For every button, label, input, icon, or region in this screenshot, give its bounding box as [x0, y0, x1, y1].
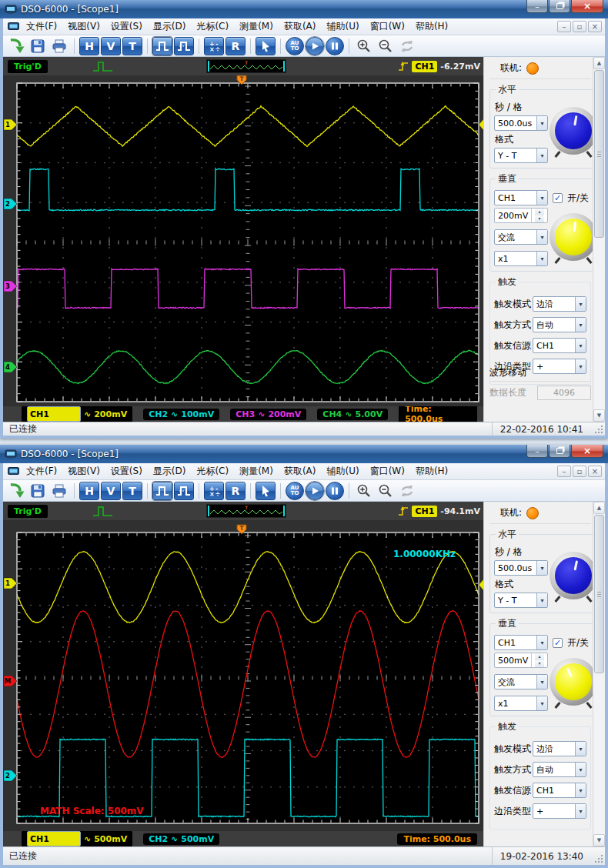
zoom-in-button[interactable]: [354, 482, 374, 500]
channel-select[interactable]: CH1▾: [494, 635, 548, 650]
math-button[interactable]: +-×÷: [204, 37, 224, 55]
coupling-select[interactable]: 交流▾: [494, 229, 548, 245]
menu-display[interactable]: 显示(D): [148, 18, 192, 35]
menu-help[interactable]: 帮助(H): [410, 463, 453, 479]
vertical-button[interactable]: V: [101, 37, 121, 55]
channel-chip-ch2[interactable]: CH2∿100mV: [143, 409, 219, 420]
sec-per-div-select[interactable]: 500.0us▾: [494, 560, 548, 576]
channel-chip-ch3[interactable]: CH3∿200mV: [230, 409, 306, 420]
mdi-restore-button[interactable]: ▫: [573, 21, 586, 32]
cursor-tool-button[interactable]: [256, 482, 276, 500]
trigger-button[interactable]: T: [122, 37, 142, 55]
channel-chip-ch4[interactable]: CH4∿5.00V: [317, 409, 388, 420]
pulse-mode-button[interactable]: [152, 37, 172, 55]
menu-view[interactable]: 视图(V): [62, 463, 105, 479]
format-select[interactable]: Y - T▾: [494, 148, 548, 163]
horizontal-knob[interactable]: [550, 552, 597, 599]
channel-chip-ch1[interactable]: CH1∿500mV: [22, 830, 132, 847]
channel-onoff-checkbox[interactable]: ✓: [553, 638, 563, 648]
maximize-button[interactable]: [549, 445, 570, 458]
waveform-preview[interactable]: T: [206, 504, 286, 518]
vertical-knob[interactable]: [550, 658, 597, 706]
connect-button[interactable]: [6, 482, 26, 500]
menu-file[interactable]: 文件(F): [21, 463, 62, 479]
resize-grip[interactable]: [594, 422, 605, 436]
trig-source-select[interactable]: CH1▾: [533, 783, 586, 798]
zoom-in-button[interactable]: [354, 37, 374, 55]
pause-button[interactable]: [326, 482, 344, 500]
channel-onoff-checkbox[interactable]: ✓: [553, 193, 563, 203]
waveform-preview[interactable]: T: [206, 59, 286, 73]
trig-mode-select[interactable]: 边沿▾: [533, 296, 586, 312]
mdi-restore-button[interactable]: ▫: [573, 466, 586, 477]
trigger-button[interactable]: T: [122, 482, 142, 500]
scrollbar-thumb[interactable]: [594, 515, 604, 673]
mdi-child-icon[interactable]: [8, 467, 19, 476]
pulse-levels-button[interactable]: [174, 37, 194, 55]
scroll-down-icon[interactable]: ▼: [593, 834, 605, 846]
edge-type-select[interactable]: +▾: [533, 803, 586, 819]
zoom-out-button[interactable]: [376, 37, 396, 55]
menu-settings[interactable]: 设置(S): [105, 463, 148, 479]
menu-help[interactable]: 帮助(H): [410, 18, 453, 35]
trig-sweep-select[interactable]: 自动▾: [533, 317, 586, 332]
menu-acquire[interactable]: 获取(A): [279, 18, 322, 35]
channel-chip-ch1[interactable]: CH1∿200mV: [22, 406, 132, 422]
math-button[interactable]: +-×÷: [204, 482, 224, 500]
run-button[interactable]: [306, 482, 324, 500]
menu-display[interactable]: 显示(D): [148, 463, 192, 479]
stepper-arrows-icon[interactable]: ▴▾: [531, 209, 547, 222]
trig-mode-select[interactable]: 边沿▾: [533, 741, 586, 756]
channel-select[interactable]: CH1▾: [494, 190, 548, 205]
save-button[interactable]: [28, 37, 48, 55]
menu-view[interactable]: 视图(V): [62, 18, 105, 35]
horizontal-knob[interactable]: [550, 107, 597, 155]
menu-measure[interactable]: 测量(M): [234, 463, 279, 479]
scroll-down-icon[interactable]: ▼: [593, 409, 605, 422]
sec-per-div-select[interactable]: 500.0us▾: [494, 115, 548, 131]
menu-measure[interactable]: 测量(M): [234, 18, 279, 35]
stepper-arrows-icon[interactable]: ▴▾: [531, 653, 547, 667]
title-bar[interactable]: DSO-6000 - [Scope1] – ×: [0, 0, 608, 18]
menu-utility[interactable]: 辅助(U): [321, 18, 364, 35]
close-button[interactable]: ×: [571, 0, 603, 13]
menu-cursor[interactable]: 光标(C): [191, 18, 234, 35]
cursor-tool-button[interactable]: [256, 37, 276, 55]
run-button[interactable]: [306, 37, 324, 55]
panel-scrollbar[interactable]: ▲▼: [593, 57, 605, 422]
vertical-button[interactable]: V: [101, 482, 121, 500]
menu-settings[interactable]: 设置(S): [105, 18, 148, 35]
connect-button[interactable]: [6, 37, 26, 55]
trig-sweep-select[interactable]: 自动▾: [533, 762, 586, 777]
pulse-levels-button[interactable]: [174, 482, 194, 500]
horizontal-button[interactable]: H: [79, 37, 99, 55]
scroll-up-icon[interactable]: ▲: [593, 57, 605, 69]
autoset-button[interactable]: AUTO: [286, 37, 304, 55]
menu-file[interactable]: 文件(F): [21, 18, 62, 35]
pause-button[interactable]: [326, 37, 344, 55]
vertical-knob[interactable]: [550, 213, 597, 261]
maximize-button[interactable]: [549, 0, 570, 13]
mdi-close-button[interactable]: ×: [588, 21, 602, 32]
zoom-out-button[interactable]: [376, 482, 396, 500]
coupling-select[interactable]: 交流▾: [494, 674, 548, 689]
panel-scrollbar[interactable]: ▲▼: [593, 502, 605, 846]
menu-window[interactable]: 窗口(W): [365, 463, 410, 479]
trig-source-select[interactable]: CH1▾: [533, 338, 586, 353]
menu-cursor[interactable]: 光标(C): [191, 463, 234, 479]
print-button[interactable]: [49, 482, 69, 500]
title-bar[interactable]: DSO-6000 - [Scope1] – ×: [0, 445, 608, 463]
resize-grip[interactable]: [594, 847, 605, 865]
scrollbar-thumb[interactable]: [594, 70, 604, 238]
print-button[interactable]: [49, 37, 69, 55]
volts-per-div-stepper[interactable]: 500mV▴▾: [494, 653, 548, 668]
autoset-button[interactable]: AUTO: [286, 482, 304, 500]
mdi-minimize-button[interactable]: –: [557, 21, 571, 32]
format-select[interactable]: Y - T▾: [494, 593, 548, 608]
probe-select[interactable]: x1▾: [494, 696, 548, 711]
close-button[interactable]: ×: [571, 445, 603, 458]
menu-window[interactable]: 窗口(W): [365, 18, 410, 35]
mdi-close-button[interactable]: ×: [588, 466, 602, 477]
scroll-up-icon[interactable]: ▲: [593, 502, 605, 514]
volts-per-div-stepper[interactable]: 200mV▴▾: [494, 208, 548, 223]
